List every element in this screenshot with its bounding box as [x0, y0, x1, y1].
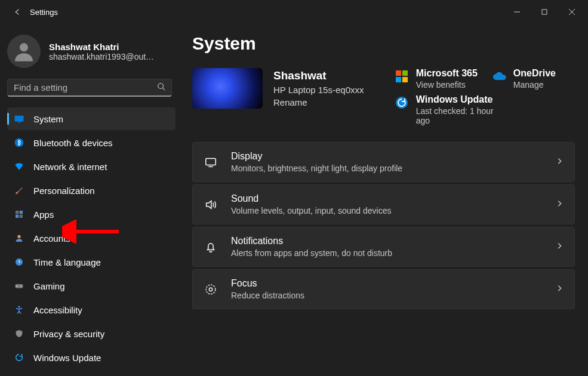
focus-icon [204, 282, 218, 297]
sidebar: Shashwat Khatri shashwat.khatri1993@out…… [0, 24, 179, 376]
avatar [7, 35, 41, 68]
tile-m365[interactable]: Microsoft 365 View benefits [395, 68, 478, 90]
svg-rect-13 [20, 215, 23, 218]
sidebar-item-label: System [33, 114, 63, 124]
sidebar-item-label: Apps [33, 209, 54, 220]
back-button[interactable] [8, 4, 25, 20]
svg-rect-21 [396, 70, 401, 76]
shield-icon [13, 328, 25, 340]
display-icon [204, 155, 218, 169]
nav: System Bluetooth & devices Network & int… [7, 107, 176, 369]
apps-icon [13, 208, 25, 220]
bell-icon [204, 240, 218, 254]
card-sub: Reduce distractions [231, 291, 304, 300]
svg-rect-11 [20, 211, 23, 214]
svg-rect-26 [206, 158, 216, 165]
sidebar-item-label: Accounts [33, 233, 70, 244]
card-title: Display [231, 151, 402, 162]
sound-icon [204, 198, 218, 212]
rename-link[interactable]: Rename [273, 97, 364, 107]
tile-windows-update[interactable]: Windows Update Last checked: 1 hour ago [395, 94, 575, 125]
svg-point-17 [20, 285, 21, 286]
sidebar-item-privacy[interactable]: Privacy & security [7, 322, 176, 345]
svg-line-6 [163, 88, 165, 90]
window-title: Settings [30, 8, 58, 17]
sidebar-item-label: Personalization [33, 186, 95, 196]
accessibility-icon [13, 304, 25, 316]
tile-sub: View benefits [416, 80, 478, 90]
svg-rect-8 [17, 122, 21, 122]
account-name: Shashwat Khatri [49, 42, 154, 52]
brush-icon [13, 184, 25, 196]
sidebar-item-update[interactable]: Windows Update [7, 346, 176, 369]
update-icon [395, 95, 409, 110]
sidebar-item-accounts[interactable]: Accounts [7, 227, 176, 249]
svg-point-25 [396, 97, 408, 109]
device-model: HP Laptop 15s-eq0xxx [273, 85, 364, 95]
svg-rect-12 [16, 215, 19, 218]
card-title: Sound [231, 193, 392, 204]
sidebar-item-label: Bluetooth & devices [33, 138, 113, 148]
svg-rect-22 [402, 70, 408, 76]
card-focus[interactable]: Focus Reduce distractions [192, 269, 575, 309]
sidebar-item-bluetooth[interactable]: Bluetooth & devices [7, 131, 176, 154]
page-title: System [192, 33, 575, 54]
card-sub: Monitors, brightness, night light, displ… [231, 164, 402, 173]
tile-title: OneDrive [513, 68, 556, 79]
sidebar-item-network[interactable]: Network & internet [7, 155, 176, 178]
account-email: shashwat.khatri1993@out… [49, 52, 154, 61]
card-sub: Volume levels, output, input, sound devi… [231, 206, 392, 215]
svg-rect-24 [402, 77, 408, 82]
card-title: Focus [231, 278, 304, 289]
card-notifications[interactable]: Notifications Alerts from apps and syste… [192, 227, 575, 267]
content: System Shashwat HP Laptop 15s-eq0xxx Ren… [179, 24, 588, 376]
svg-rect-23 [396, 77, 401, 82]
svg-point-14 [17, 235, 20, 238]
tile-sub: Manage [513, 80, 556, 90]
sidebar-item-label: Privacy & security [33, 329, 104, 339]
wifi-icon [13, 161, 25, 172]
m365-icon [395, 69, 409, 84]
sidebar-item-time[interactable]: Time & language [7, 251, 176, 273]
person-icon [13, 232, 25, 244]
svg-point-18 [19, 306, 20, 308]
search-icon [157, 82, 165, 93]
update-icon [13, 352, 25, 363]
system-icon [13, 113, 25, 125]
card-sound[interactable]: Sound Volume levels, output, input, soun… [192, 184, 575, 224]
sidebar-item-label: Accessibility [33, 305, 82, 315]
minimize-button[interactable] [503, 2, 531, 21]
gamepad-icon [13, 280, 25, 292]
svg-point-9 [15, 138, 24, 147]
sidebar-item-label: Windows Update [33, 353, 101, 363]
sidebar-item-system[interactable]: System [7, 107, 176, 130]
svg-point-4 [20, 43, 28, 51]
sidebar-item-personalization[interactable]: Personalization [7, 179, 176, 202]
svg-rect-1 [542, 10, 547, 14]
clock-icon [13, 256, 25, 268]
chevron-right-icon [555, 284, 564, 295]
tile-sub: Last checked: 1 hour ago [416, 106, 506, 125]
sidebar-item-accessibility[interactable]: Accessibility [7, 298, 176, 321]
bluetooth-icon [13, 137, 25, 149]
card-display[interactable]: Display Monitors, brightness, night ligh… [192, 142, 575, 182]
device-block: Shashwat HP Laptop 15s-eq0xxx Rename [192, 68, 364, 109]
tile-title: Microsoft 365 [416, 68, 478, 79]
card-title: Notifications [231, 236, 392, 246]
sidebar-item-label: Gaming [33, 281, 65, 291]
chevron-right-icon [555, 199, 564, 210]
sidebar-item-gaming[interactable]: Gaming [7, 275, 176, 297]
close-button[interactable] [558, 2, 586, 21]
device-thumbnail [192, 68, 263, 109]
titlebar: Settings [0, 0, 588, 24]
sidebar-item-apps[interactable]: Apps [7, 203, 176, 226]
search-box[interactable] [7, 79, 172, 97]
svg-point-28 [206, 285, 216, 294]
svg-rect-10 [16, 211, 19, 214]
sidebar-item-label: Network & internet [33, 162, 107, 172]
chevron-right-icon [555, 242, 564, 252]
tile-onedrive[interactable]: OneDrive Manage [492, 68, 575, 90]
search-input[interactable] [14, 82, 157, 93]
account-block[interactable]: Shashwat Khatri shashwat.khatri1993@out… [7, 31, 176, 76]
maximize-button[interactable] [531, 2, 558, 21]
